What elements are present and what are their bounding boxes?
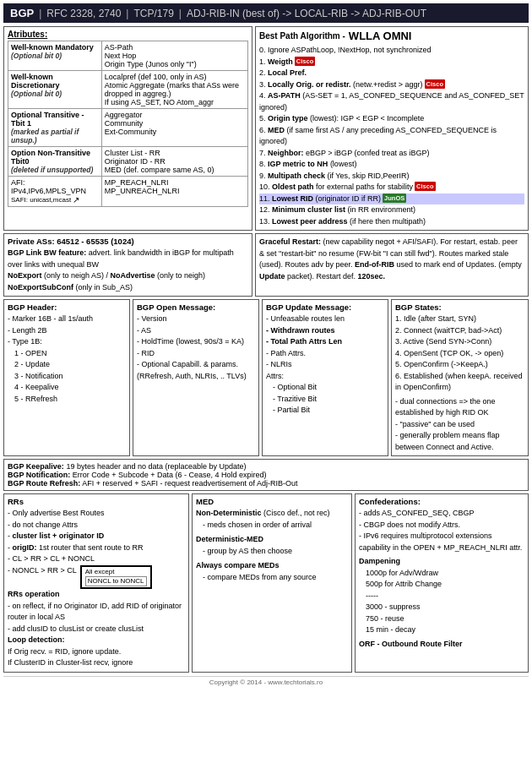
bestpath-algo: WLLA OMNI [349, 30, 412, 42]
attr-values-opt1: Aggregator Community Ext-Community [101, 109, 247, 147]
graceful-box: Graceful Restart: (new capability negot … [255, 233, 529, 297]
header-protocol: TCP/179 [133, 8, 173, 19]
attr-category-opt0: Option Non-Transitive Tbit0 (deleted if … [8, 147, 102, 177]
private-title: Private ASs: 64512 - 65535 (1024) [8, 237, 248, 246]
confed-box: Confederations: - adds AS_CONFED_SEQ, CB… [355, 493, 529, 673]
list-item: 3. Locally Orig. or redistr. (netw.+redi… [259, 79, 524, 91]
page-header: BGP | RFC 2328, 2740 | TCP/179 | ADJ-RIB… [3, 3, 529, 23]
attr-values-wkm: AS-Path Next Hop Origin Type (Junos only… [101, 41, 247, 71]
junos-badge: JunOS [383, 193, 406, 203]
bgp-open-box: BGP Open Message: - Version - AS - HoldT… [133, 299, 259, 456]
bgp-header-content: - Marker 16B - all 1s/auth - Length 2B -… [8, 313, 126, 405]
attr-category-wkd: Well-known Discretionary (Optional bit 0… [8, 71, 102, 109]
graceful-content: Graceful Restart: (new capability negot … [259, 237, 524, 282]
rr-content: - Only advertise Best Routes - do not ch… [8, 508, 185, 669]
private-box: Private ASs: 64512 - 65535 (1024) BGP Li… [3, 233, 252, 297]
cisco-badge: Cisco [415, 182, 435, 191]
list-item: 1. Weigth Cisco [259, 57, 524, 68]
rr-title: RRs [8, 497, 185, 506]
bestpath-box: Best Path Algorithm - WLLA OMNI 0. Ignor… [255, 26, 529, 231]
attr-category-opt1: Optional Transitive - Tbit 1 (marked as … [8, 109, 102, 147]
rr-box: RRs - Only advertise Best Routes - do no… [3, 493, 189, 673]
attr-nlri: MP_REACH_NLRI MP_UNREACH_NLRI [101, 177, 247, 207]
bgp-update-content: - Unfeasable routes len - Withdrawn rout… [266, 313, 384, 417]
bgp-update-title: BGP Update Message: [266, 302, 384, 312]
header-rfc: RFC 2328, 2740 [46, 8, 121, 19]
last-row: RRs - Only advertise Best Routes - do no… [3, 493, 529, 673]
keepalive-row: BGP Keepalive: 19 bytes header and no da… [3, 459, 529, 491]
list-item: 2. Local Pref. [259, 68, 524, 79]
list-item: 7. Neighbor: eBGP > iBGP (confed treat a… [259, 148, 524, 160]
list-item: 13. Lowest peer address (if here then mu… [259, 216, 524, 228]
list-item: 10. Oldest path for external paths for s… [259, 182, 524, 193]
list-item: 9. Multipath check (if Yes, skip RID,Pee… [259, 171, 524, 183]
bgp-header-box: BGP Header: - Marker 16B - all 1s/auth -… [3, 299, 130, 456]
confed-content: - adds AS_CONFED_SEQ, CBGP - CBGP does n… [359, 508, 524, 650]
list-item: 5. Origin type (lowest): IGP < EGP < Inc… [259, 113, 524, 125]
notification-text: BGP Notification: Error Code + Subcode +… [8, 471, 524, 479]
table-row: Optional Transitive - Tbit 1 (marked as … [8, 109, 248, 147]
bgp-open-title: BGP Open Message: [137, 302, 255, 312]
header-sep1: | [39, 8, 41, 19]
table-row: AFI: IPv4,IPv6,MPLS_VPN SAFI: unicast,mc… [8, 177, 248, 207]
confed-title: Confederations: [359, 497, 524, 506]
header-path: ADJ-RIB-IN (best of) -> LOCAL-RIB -> ADJ… [187, 8, 426, 19]
attributes-title: Atributes: [8, 30, 248, 39]
cisco-badge: Cisco [425, 79, 445, 89]
list-item: 12. Minimum cluster list (in RR environm… [259, 204, 524, 216]
list-item: 6. MED (if same first AS / any preceding… [259, 125, 524, 148]
routerefresh-text: BGP Route Refresh: AFI + reserved + SAFI… [8, 479, 524, 488]
bgp-open-content: - Version - AS - HoldTime (lowest, 90s/3… [137, 313, 255, 382]
page: BGP | RFC 2328, 2740 | TCP/179 | ADJ-RIB… [0, 0, 532, 689]
bgp-states-box: BGP States: 1. Idle (after Start, SYN) 2… [391, 299, 529, 456]
table-row: Option Non-Transitive Tbit0 (deleted if … [8, 147, 248, 177]
attributes-table: Well-known Mandatory (Optional bit 0) AS… [8, 41, 248, 207]
header-sep3: | [179, 8, 182, 19]
list-item: 0. Ignore ASPathLoop, !NextHop, not sync… [259, 45, 524, 57]
footer-text: Copyright © 2014 - www.techtorials.ro [209, 679, 323, 686]
allexcept-box: All except NONCL to NONCL [80, 565, 152, 590]
attr-values-opt0: Cluster List - RR Originator ID - RR MED… [101, 147, 247, 177]
bestpath-list: 0. Ignore ASPathLoop, !NextHop, not sync… [259, 45, 524, 227]
list-item: 11. Lowest RID (originator ID if RR) Jun… [259, 193, 524, 205]
keepalive-text: BGP Keepalive: 19 bytes header and no da… [8, 462, 524, 471]
bestpath-title-row: Best Path Algorithm - WLLA OMNI [259, 30, 524, 42]
bestpath-label: Best Path Algorithm - [259, 31, 345, 41]
attr-values-wkd: Localpref (def 100, only in AS) Atomic A… [101, 71, 247, 109]
top-row: Atributes: Well-known Mandatory (Optiona… [3, 26, 529, 231]
noncl-box: NONCL to NONCL [85, 576, 147, 586]
private-content: BGP Link BW feature: advert. link bandwi… [8, 248, 248, 293]
attr-category-wkm: Well-known Mandatory (Optional bit 0) [8, 41, 102, 71]
list-item: 8. IGP metric to NH (lowest) [259, 159, 524, 171]
attributes-box: Atributes: Well-known Mandatory (Optiona… [3, 26, 252, 231]
footer: Copyright © 2014 - www.techtorials.ro [3, 676, 529, 686]
bgp-states-content: 1. Idle (after Start, SYN) 2. Connect (w… [395, 313, 524, 453]
bottom-row: BGP Header: - Marker 16B - all 1s/auth -… [3, 299, 529, 456]
table-row: Well-known Mandatory (Optional bit 0) AS… [8, 41, 248, 71]
attr-afi: AFI: IPv4,IPv6,MPLS_VPN SAFI: unicast,mc… [8, 177, 102, 207]
table-row: Well-known Discretionary (Optional bit 0… [8, 71, 248, 109]
bgp-header-title: BGP Header: [8, 302, 126, 312]
header-title: BGP [10, 7, 34, 19]
header-sep2: | [126, 8, 128, 19]
med-title: MED [196, 497, 348, 506]
cisco-badge: Cisco [295, 57, 315, 66]
list-item: 4. AS-PATH (AS-SET = 1, AS_CONFED_SEQUEN… [259, 90, 524, 113]
mid-row: Private ASs: 64512 - 65535 (1024) BGP Li… [3, 233, 529, 297]
bgp-update-box: BGP Update Message: - Unfeasable routes … [262, 299, 388, 456]
bgp-states-title: BGP States: [395, 302, 524, 312]
med-content: Non-Deterministic (Cisco def., not rec) … [196, 508, 348, 583]
med-box: MED Non-Deterministic (Cisco def., not r… [192, 493, 352, 673]
